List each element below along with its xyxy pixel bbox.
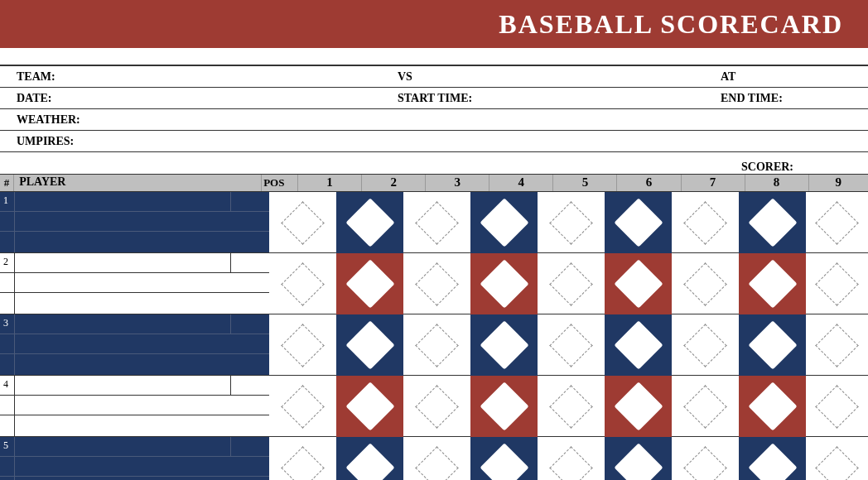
diamond-icon [281, 385, 324, 428]
inning-cell[interactable] [269, 192, 336, 253]
player-name-field[interactable] [15, 376, 231, 395]
inning-cell[interactable] [672, 376, 739, 437]
date-label: DATE: [17, 92, 398, 105]
inning-cell[interactable] [269, 253, 336, 314]
sub-number[interactable] [0, 273, 15, 293]
player-name-field[interactable] [15, 192, 231, 211]
inning-cell[interactable] [470, 314, 538, 376]
inning-cell[interactable] [605, 437, 672, 480]
diamond-icon [815, 385, 858, 428]
inning-cells [269, 376, 868, 436]
player-pos-field[interactable] [231, 253, 269, 272]
inning-cell[interactable] [269, 314, 336, 376]
inning-cell[interactable] [336, 314, 403, 376]
player-pos-field[interactable] [231, 192, 269, 211]
sub-name-field[interactable] [15, 212, 269, 232]
inning-cell[interactable] [403, 314, 470, 376]
inning-cell[interactable] [806, 314, 868, 376]
inning-cell[interactable] [672, 192, 739, 253]
sub-name-field[interactable] [15, 457, 269, 477]
inning-cell[interactable] [605, 376, 672, 437]
inning-cell[interactable] [336, 376, 403, 437]
player-name-field[interactable] [15, 253, 231, 272]
player-name-field[interactable] [15, 437, 231, 456]
inning-cell[interactable] [739, 253, 806, 314]
inning-cell[interactable] [538, 253, 605, 314]
inning-cell[interactable] [806, 253, 868, 314]
player-pos-field[interactable] [231, 376, 269, 395]
inning-cell[interactable] [403, 437, 470, 480]
page-title: BASEBALL SCORECARD [499, 9, 843, 40]
inning-cell[interactable] [672, 253, 739, 314]
diamond-icon [345, 259, 394, 308]
inning-cell[interactable] [739, 314, 806, 376]
inning-cells [269, 437, 868, 480]
sub-name-field[interactable] [15, 334, 269, 354]
inning-cell[interactable] [403, 253, 470, 314]
sub-number[interactable] [0, 477, 15, 480]
sub-name-field[interactable] [15, 415, 269, 436]
inning-cell[interactable] [470, 253, 538, 314]
diamond-icon [281, 262, 324, 305]
player-number[interactable]: 1 [0, 192, 15, 211]
inning-cell[interactable] [470, 192, 538, 253]
sub-name-field[interactable] [15, 273, 269, 293]
sub-number[interactable] [0, 396, 15, 415]
inning-cell[interactable] [538, 376, 605, 437]
inning-cell[interactable] [672, 437, 739, 480]
sub-name-field[interactable] [15, 232, 269, 252]
player-info: 2 [0, 253, 269, 314]
inning-cell[interactable] [739, 192, 806, 253]
inning-cell[interactable] [538, 192, 605, 253]
sub-number[interactable] [0, 457, 15, 477]
col-header-inning-1: 1 [298, 175, 362, 191]
diamond-icon [614, 259, 663, 308]
inning-cell[interactable] [538, 437, 605, 480]
sub-number[interactable] [0, 354, 15, 375]
col-header-inning-6: 6 [617, 175, 681, 191]
inning-cell[interactable] [605, 314, 672, 376]
player-info: 4 [0, 376, 269, 436]
inning-cell[interactable] [336, 437, 403, 480]
inning-cell[interactable] [672, 314, 739, 376]
inning-cell[interactable] [739, 376, 806, 437]
inning-cell[interactable] [403, 192, 470, 253]
player-row: 1 [0, 192, 868, 253]
sub-name-field[interactable] [15, 354, 269, 375]
inning-cell[interactable] [739, 437, 806, 480]
player-number[interactable]: 4 [0, 376, 15, 395]
player-number[interactable]: 5 [0, 437, 15, 456]
diamond-icon [683, 201, 726, 244]
sub-name-field[interactable] [15, 293, 269, 314]
info-row-scorer: SCORER: [0, 152, 868, 174]
sub-name-field[interactable] [15, 477, 269, 480]
inning-cell[interactable] [806, 437, 868, 480]
inning-cell[interactable] [336, 192, 403, 253]
inning-cell[interactable] [605, 253, 672, 314]
player-pos-field[interactable] [231, 314, 269, 334]
player-number[interactable]: 3 [0, 314, 15, 334]
grid-body: 12345 [0, 192, 868, 480]
inning-cell[interactable] [806, 376, 868, 437]
inning-cell[interactable] [336, 253, 403, 314]
diamond-icon [281, 446, 324, 480]
inning-cell[interactable] [470, 376, 538, 437]
sub-number[interactable] [0, 293, 15, 314]
inning-cell[interactable] [269, 376, 336, 437]
sub-number[interactable] [0, 334, 15, 354]
sub-number[interactable] [0, 232, 15, 252]
inning-cell[interactable] [470, 437, 538, 480]
player-pos-field[interactable] [231, 437, 269, 456]
inning-cell[interactable] [806, 192, 868, 253]
inning-cell[interactable] [605, 192, 672, 253]
diamond-icon [683, 262, 726, 305]
diamond-icon [549, 446, 592, 480]
inning-cell[interactable] [269, 437, 336, 480]
inning-cell[interactable] [538, 314, 605, 376]
sub-name-field[interactable] [15, 396, 269, 415]
player-name-field[interactable] [15, 314, 231, 334]
sub-number[interactable] [0, 415, 15, 436]
inning-cell[interactable] [403, 376, 470, 437]
sub-number[interactable] [0, 212, 15, 232]
player-number[interactable]: 2 [0, 253, 15, 272]
